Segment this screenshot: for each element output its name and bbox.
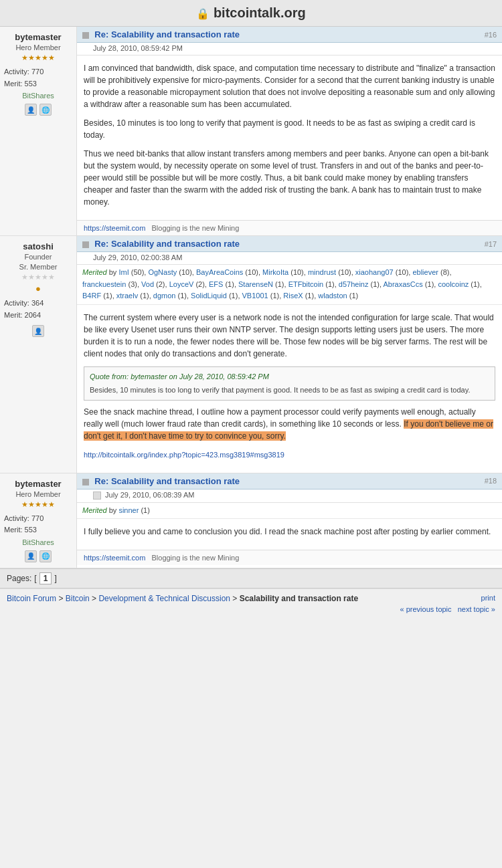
user-rank-17: Founder — [4, 253, 72, 261]
breadcrumb-dev[interactable]: Development & Technical Discussion — [98, 594, 230, 603]
quote-body-17: Besides, 10 minutes is too long to verif… — [90, 385, 489, 396]
user-stars-17: ★★★★★ — [4, 273, 72, 282]
post-title-17[interactable]: Re: Scalability and transaction rate — [94, 239, 240, 249]
post-main-17: Re: Scalability and transaction rate #17… — [77, 236, 502, 473]
quote-block-17: Quote from: bytemaster on July 28, 2010,… — [84, 366, 495, 401]
breadcrumb-sep-2: > — [92, 594, 98, 603]
post-body-18: I fully believe you and came to conclusi… — [77, 519, 502, 550]
footer-text-18: Blogging is the new Mining — [151, 554, 239, 562]
merit-user-xiaohang[interactable]: xiaohang07 — [355, 268, 394, 276]
print-link[interactable]: print — [481, 592, 495, 602]
username-18[interactable]: bytemaster — [4, 479, 72, 489]
topic-nav: « previous topic next topic » — [7, 605, 495, 615]
merit-user-abraxas[interactable]: AbraxasCcs — [384, 280, 423, 288]
next-topic-link[interactable]: next topic » — [458, 605, 495, 613]
merited-line-17: Merited by ImI (50), OgNasty (10), BayAr… — [77, 265, 502, 305]
user-rank-16: Hero Member — [4, 43, 72, 51]
breadcrumb-sep-3: > — [232, 594, 239, 603]
user-rank-18: Hero Member — [4, 490, 72, 498]
merit-user-mirkolta[interactable]: MirkoIta — [262, 268, 288, 276]
post-link-17: http://bitcointalk.org/index.php?topic=4… — [84, 449, 495, 461]
post-row-18: bytemaster Hero Member ★★★★★ Activity: 7… — [0, 473, 502, 568]
merit-user-coolcoinz[interactable]: coolcoinz — [438, 280, 469, 288]
web-icon-16[interactable]: 🌐 — [39, 104, 52, 116]
footer-link-16[interactable]: https://steemit.com — [84, 224, 145, 232]
merit-user-ognasty[interactable]: OgNasty — [148, 268, 177, 276]
post-header-17: Re: Scalability and transaction rate #17 — [77, 236, 502, 252]
post-date-18: July 29, 2010, 06:08:39 AM — [77, 490, 502, 503]
bracket-close: ] — [54, 574, 56, 583]
merit-user-franck[interactable]: franckuestein — [82, 280, 126, 288]
user-stars-16: ★★★★★ — [4, 53, 72, 62]
merit-user-sinner[interactable]: sinner — [118, 506, 139, 514]
merited-label-18: Merited — [82, 506, 107, 514]
merit-user-b4rf[interactable]: B4RF — [82, 292, 101, 300]
post-number-18: #18 — [485, 477, 497, 485]
merit-user-vod[interactable]: Vod — [141, 280, 154, 288]
post-date-17: July 29, 2010, 02:00:38 AM — [77, 252, 502, 265]
breadcrumb-bitcoin[interactable]: Bitcoin — [66, 594, 90, 603]
user-group-18: BitShares — [4, 538, 72, 546]
user-activity-16: Activity: 770 Merit: 553 — [4, 66, 72, 90]
footer-text-16: Blogging is the new Mining — [151, 224, 239, 232]
user-sub-rank-17: Sr. Member — [4, 263, 72, 271]
breadcrumb-bitcoin-forum[interactable]: Bitcoin Forum — [7, 594, 56, 603]
post-sidebar-16: bytemaster Hero Member ★★★★★ Activity: 7… — [0, 27, 77, 235]
merit-user-risex[interactable]: RiseX — [283, 292, 303, 300]
nav-area: Bitcoin Forum > Bitcoin > Development & … — [0, 588, 502, 618]
merit-user-efs[interactable]: EFS — [209, 280, 223, 288]
profile-icon-16[interactable]: 👤 — [25, 104, 37, 116]
merit-user-starensen[interactable]: StarenseN — [238, 280, 273, 288]
profile-icon-17[interactable]: 👤 — [32, 325, 44, 337]
post-body-17: The current system where every user is a… — [77, 305, 502, 473]
merit-user-xtraelv[interactable]: xtraelv — [116, 292, 138, 300]
post-title-16[interactable]: Re: Scalability and transaction rate — [94, 29, 240, 39]
merit-user-mindrust[interactable]: mindrust — [308, 268, 336, 276]
user-icons-17: 👤 — [4, 325, 72, 337]
page-number-current[interactable]: 1 — [39, 572, 52, 584]
post-date-16: July 28, 2010, 08:59:42 PM — [77, 43, 502, 56]
post-main-16: Re: Scalability and transaction rate #16… — [77, 27, 502, 235]
merit-user-solidliquid[interactable]: SolidLiquid — [191, 292, 227, 300]
merit-user-loycey[interactable]: LoyceV — [169, 280, 194, 288]
site-header: 🔒 bitcointalk.org — [0, 0, 502, 27]
merit-user-imi[interactable]: ImI — [118, 268, 129, 276]
web-icon-18[interactable]: 🌐 — [39, 550, 52, 562]
username-17[interactable]: satoshi — [4, 241, 72, 251]
pages-label: Pages: — [7, 574, 31, 583]
pages-bar: Pages: [ 1 ] — [0, 568, 502, 588]
bracket-open: [ — [34, 574, 36, 583]
breadcrumb: Bitcoin Forum > Bitcoin > Development & … — [7, 592, 358, 605]
post-url-17[interactable]: http://bitcointalk.org/index.php?topic=4… — [84, 451, 284, 459]
lock-icon: 🔒 — [196, 8, 210, 19]
post-para-17-0: The current system where every user is a… — [84, 312, 495, 360]
merit-user-dgmon[interactable]: dgmon — [153, 292, 176, 300]
merited-line-18: Merited by sinner (1) — [77, 503, 502, 520]
merit-user-etfbitcoin[interactable]: ETFbitcoin — [288, 280, 324, 288]
site-domain: bitcointalk.org — [214, 5, 306, 20]
prev-topic-link[interactable]: « previous topic — [400, 605, 452, 613]
user-group-16: BitShares — [4, 92, 72, 100]
merit-user-bayarea[interactable]: BayAreaCoins — [196, 268, 243, 276]
post-para-17-after: See the snack machine thread, I outline … — [84, 406, 495, 442]
user-icons-18: 👤 🌐 — [4, 550, 72, 562]
merited-label-17: Merited — [82, 268, 107, 276]
post-icon-17 — [82, 241, 89, 248]
profile-icon-18[interactable]: 👤 — [25, 550, 37, 562]
breadcrumb-sep-1: > — [58, 594, 65, 603]
footer-link-18[interactable]: https://steemit.com — [84, 554, 145, 562]
merit-user-vb1001[interactable]: VB1001 — [242, 292, 268, 300]
post-icon-18 — [82, 479, 89, 485]
post-para-16-0: I am convinced that bandwidth, disk spac… — [84, 62, 495, 110]
username-16[interactable]: bytemaster — [4, 32, 72, 42]
merit-user-d57heinz[interactable]: d57heinz — [339, 280, 369, 288]
post-main-18: Re: Scalability and transaction rate #18… — [77, 473, 502, 568]
post-icon-16 — [82, 32, 89, 39]
merit-user-wladston[interactable]: wladston — [318, 292, 347, 300]
post-title-18[interactable]: Re: Scalability and transaction rate — [94, 476, 240, 486]
post-para-16-1: Besides, 10 minutes is too long to verif… — [84, 117, 495, 141]
page-wrapper: 🔒 bitcointalk.org bytemaster Hero Member… — [0, 0, 502, 618]
merit-user-ebliever[interactable]: ebliever — [412, 268, 438, 276]
user-stars-18: ★★★★★ — [4, 500, 72, 509]
post-number-16: #16 — [485, 31, 497, 39]
